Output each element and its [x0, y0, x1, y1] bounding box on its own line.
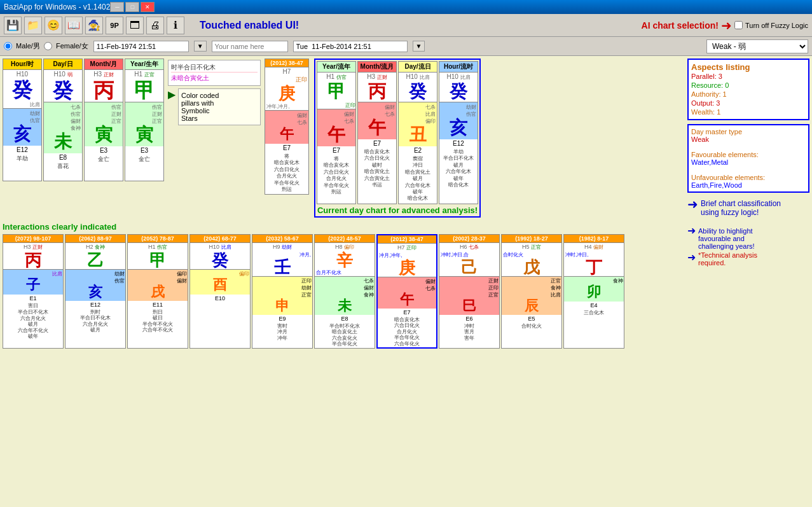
decade-2032-branch: 申 [253, 298, 312, 314]
hour-branch: 亥 [4, 124, 40, 144]
day-month-stars: 暗合亥化木六合日化火破时暗合寅化土六合寅化土书运 [358, 148, 396, 190]
birth-date-dropdown[interactable]: ▼ [194, 41, 207, 52]
decade-1992-eb: E5 [502, 315, 561, 323]
day-year-branch: 午 [319, 125, 354, 145]
day-header: Day/日 [44, 59, 82, 70]
brief-area: ➜ Brief chart classificationusing fuzzy … [687, 197, 809, 217]
maximize-button[interactable]: □ [125, 2, 139, 12]
window-button[interactable]: 🗖 [126, 17, 144, 34]
fuzzy-checkbox[interactable] [734, 21, 743, 29]
decade-2022-eb: E8 [315, 315, 375, 323]
decade-pillars-row: (2072) 98-107 H3 正财 丙 比肩 子 E1 害日半合日不化木六合… [3, 234, 682, 349]
titlebar-title: BaziApp for Windows - v1.1402 [4, 3, 110, 11]
toolbar: 💾 📁 😊 📖 🧙 9P 🗖 🖨 ℹ Touched enabled UI! A… [0, 14, 812, 37]
folder-button[interactable]: 📁 [24, 17, 42, 34]
day-master-box: Day master type Weak Favourable elements… [687, 124, 809, 193]
decade-2012: (2012) 38-47 H7 正印 冲月,冲年, 庚 偏财七杀 午 E7 暗合… [376, 234, 437, 349]
decade-2042-hs: H10 比肩 [190, 243, 250, 251]
female-radio[interactable] [44, 42, 52, 50]
year-stars: 金亡 [125, 155, 163, 174]
hour-stars: 羊劫 [3, 154, 41, 173]
decade-2022: (2022) 48-57 H8 偏印 辛 合月不化水 七杀偏财食神 未 E8 半… [314, 234, 375, 349]
day-day-branch-cell: 七杀比肩偏印 丑 [399, 102, 437, 146]
hour-stem: 癸 [3, 78, 41, 101]
decade-2052-stem: 甲 [128, 251, 188, 270]
day-month-stem: 丙 [358, 81, 396, 102]
smiley-button[interactable]: 😊 [45, 17, 62, 34]
day-month-hs: H3 正财 [358, 73, 396, 81]
decade-2002-stars: 冲时害月害年 [439, 323, 499, 342]
decade-2042-eb: E10 [190, 295, 250, 302]
hour-header: Hour/时 [3, 59, 41, 70]
aspects-output: Output: 3 [691, 99, 806, 108]
decade-2002: (2002) 28-37 H6 七杀 冲时,冲日,合 己 正财正印正官 巳 E6… [439, 234, 500, 349]
day-eb: E8 [44, 153, 82, 162]
decade-2042-stars [190, 302, 250, 315]
decade-1992: (1992) 18-27 H5 正官 合时化火 戊 正官食神比肩 辰 E5 合时… [501, 234, 562, 349]
hour-branch-cell: 劫财仇官 亥 [3, 108, 41, 146]
titlebar-buttons: ─ □ ✕ [110, 2, 155, 12]
decade-2072: (2072) 98-107 H3 正财 丙 比肩 子 E1 害日半合日不化木六合… [3, 234, 64, 349]
decade-2052-stars: 刑日破日半合年不化火六合年不化火 [128, 309, 188, 334]
current-decade-hs: H7 [265, 67, 308, 76]
fuzzy-check: Turn off Fuzzy Logic [734, 21, 808, 29]
decade-2002-hs: H6 七杀 [439, 243, 499, 251]
month-header: Month/月 [85, 59, 123, 70]
day-month-eb: E7 [358, 139, 396, 148]
decade-1982: (1982) 8-17 H4 偏财 冲时,冲日, 丁 食神 卯 E4 三合化木 [563, 234, 624, 349]
birth-year-pillar: Year/生年 H1 正官 甲 伤官正财正官 寅 E3 金亡 [125, 59, 164, 181]
decade-1982-stars: 三合化木 [564, 309, 624, 322]
technical-label: *Technical analysisrequired. [698, 251, 757, 267]
birth-date-input[interactable]: 11-Feb-1974 21:51 [93, 41, 189, 52]
decade-2012-branch-cell: 偏财七杀 午 [378, 277, 436, 308]
ninep-button[interactable]: 9P [106, 17, 123, 34]
decade-2032-header: (2032) 58-67 [252, 235, 312, 243]
day-hour-branch: 亥 [441, 118, 476, 138]
arrow-right-icon2: ▶ [168, 88, 175, 101]
print-button[interactable]: 🖨 [146, 17, 164, 34]
month-stars: 金亡 [85, 155, 123, 174]
arrow-right-icon: ➜ [721, 18, 732, 33]
book-button[interactable]: 📖 [65, 17, 83, 34]
current-decade-pillar: (2012) 38-47 H7 正印 庚 冲年,冲月, 偏财七杀 午 E7 将暗… [265, 59, 309, 195]
decade-2002-header: (2002) 28-37 [439, 235, 499, 243]
decade-2042-header: (2042) 68-77 [190, 235, 250, 243]
day-hs: H10 弱 [44, 70, 82, 79]
decade-1982-stem: 丁 [564, 258, 624, 277]
ability-label: Ability to highlightfavourable andchalle… [698, 227, 755, 250]
save-button[interactable]: 💾 [4, 17, 22, 34]
weak-select[interactable]: Weak - 弱 Strong - 强 [706, 39, 808, 53]
decade-2012-branch: 午 [378, 292, 436, 307]
decade-1992-hs: H5 正官 [502, 243, 561, 251]
day-hour-stars: 羊劫半合日不化木破月六合年化木破年暗合化木 [439, 148, 478, 190]
current-date-input[interactable]: Tue 11-Feb-2014 21:51 [293, 41, 408, 52]
aspects-resource: Resource: 0 [691, 81, 806, 90]
decade-2062-stars: 刑时半合日不化木六合月化火破月 [65, 309, 125, 334]
main-area: Hour/时 H10 癸 比肩 劫财仇官 亥 E12 羊劫 Day/日 [0, 56, 812, 507]
wizard-button[interactable]: 🧙 [85, 17, 103, 34]
current-date-dropdown[interactable]: ▼ [413, 41, 425, 52]
decade-2072-branch-cell: 比肩 子 [3, 269, 63, 295]
decade-2062-header: (2062) 88-97 [65, 235, 125, 243]
aspects-wealth: Wealth: 1 [691, 108, 806, 116]
male-radio[interactable] [4, 42, 12, 50]
decade-1982-branch: 卯 [565, 284, 623, 300]
decade-2042: (2042) 68-77 H10 比肩 癸 偏印 酉 E10 [189, 234, 251, 349]
day-day-stars: 窦宿冲日暗合寅化土破月六合年化木破年暗合化木 [399, 155, 437, 204]
day-year-branch-cell: 偏财七杀 午 [317, 109, 355, 146]
close-button[interactable]: ✕ [141, 2, 155, 12]
color-coded-area: ▶ Color codedpillars withSymbolicStars [168, 88, 261, 125]
minimize-button[interactable]: ─ [110, 2, 124, 12]
current-decade-branch-cell: 偏财七杀 午 [265, 110, 308, 144]
decade-2002-stem: 己 [439, 258, 499, 277]
year-branch-cell: 伤官正财正官 寅 [125, 102, 163, 146]
day-hour-branch-cell: 劫财伤官 亥 [439, 102, 478, 139]
decade-2022-branch: 未 [315, 298, 374, 314]
decade-1982-header: (1982) 8-17 [564, 235, 624, 243]
day-day-pillar: Day/流日 H10 比肩 癸 七杀比肩偏印 丑 E2 窦宿冲日暗合寅化土破月六… [398, 61, 437, 204]
name-input[interactable] [212, 41, 288, 52]
info-button[interactable]: ℹ [167, 17, 184, 34]
decade-2072-hs: H3 正财 [3, 243, 63, 251]
unfav-title: Unfavourable elements: [691, 174, 806, 181]
decade-2022-header: (2022) 48-57 [315, 235, 375, 243]
